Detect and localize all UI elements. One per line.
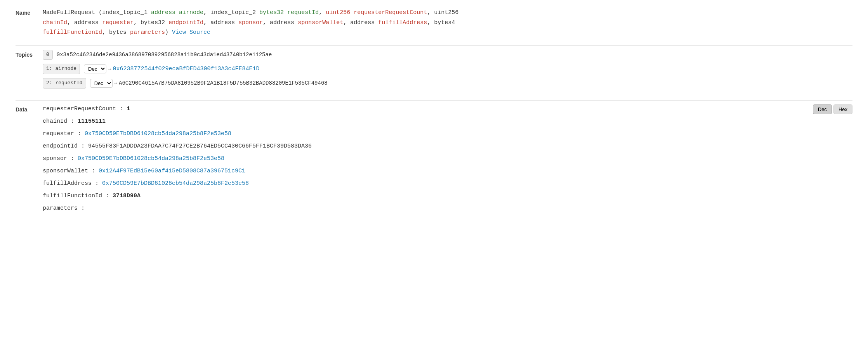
name-section: Name MadeFullRequest (index_topic_1 addr…	[16, 8, 852, 38]
topic-value-0: 0x3a52c462346de2e9436a3868970892956828a1…	[57, 50, 272, 59]
data-row-4: sponsor : 0x750CD59E7bDBD61028cb54da298a…	[43, 154, 852, 163]
name-mid3: , uint256	[427, 9, 458, 16]
data-row-colon-0: :	[116, 106, 127, 112]
name-text-line1: MadeFullRequest (index_topic_1 address a…	[43, 8, 852, 18]
topic1-value[interactable]: 0x6238772544f029ecaBfDED4300f13A3c4FE84E…	[113, 64, 259, 74]
name-label: Name	[16, 8, 43, 17]
data-row-name-0: requesterRequestCount	[43, 106, 116, 112]
topic2-decode-select[interactable]: Dec Hex	[90, 79, 113, 88]
topic1-arrow: →	[108, 65, 111, 73]
topic1-decode-select[interactable]: Dec Hex	[84, 64, 106, 73]
name-mid-bytes32: , bytes32	[134, 19, 168, 26]
name-text-line3: fulfillFunctionId, bytes parameters) Vie…	[43, 28, 852, 38]
data-row-name-1: chainId	[43, 118, 67, 125]
name-red-requester: requester	[102, 19, 134, 26]
name-red-sponsor: sponsor	[238, 19, 263, 26]
data-row-colon-5: :	[88, 168, 99, 174]
data-row-colon-1: :	[67, 118, 78, 125]
topic2-decode-wrapper: Dec Hex	[90, 79, 113, 88]
data-row-8: parameters :	[43, 204, 852, 213]
topic2-value: A6C290C4615A7B75DA810952B0F2A1B18F5D755B…	[119, 79, 328, 87]
topic-badge-0: 0	[43, 50, 53, 60]
data-row-colon-7: :	[102, 193, 113, 199]
data-row-name-6: fulfillAddress	[43, 180, 92, 187]
name-red-fulfillfn: fulfillFunctionId	[43, 29, 102, 36]
data-row-0: requesterRequestCount : 1	[43, 104, 852, 114]
data-label: Data	[16, 104, 43, 114]
data-row-name-7: fulfillFunctionId	[43, 193, 102, 199]
name-green2: bytes32 requestId	[259, 9, 319, 16]
data-row-colon-3: :	[78, 143, 88, 149]
topic2-arrow: →	[114, 79, 117, 87]
topic1-decode-wrapper: Dec Hex	[84, 64, 106, 73]
name-mid1: , index_topic_2	[203, 9, 259, 16]
name-mid-addr3: , address	[263, 19, 298, 26]
data-section: Data requesterRequestCount : 1chainId : …	[16, 104, 852, 216]
data-row-colon-4: :	[67, 155, 78, 162]
data-content: requesterRequestCount : 1chainId : 11155…	[43, 104, 852, 216]
name-suffix: )	[165, 29, 168, 36]
data-row-colon-2: :	[74, 130, 85, 137]
dec-hex-button-group: Dec Hex	[813, 104, 852, 114]
topic-row-1: 1: airnode Dec Hex → 0x6238772544f029eca…	[43, 64, 852, 74]
name-prefix: MadeFullRequest (index_topic_1	[43, 9, 151, 16]
name-red-sponsorwallet: sponsorWallet	[298, 19, 343, 26]
name-red-params: parameters	[130, 29, 165, 36]
data-row-1: chainId : 11155111	[43, 117, 852, 126]
data-row-3: endpointId : 94555F83F1ADDDA23FDAA7C74F2…	[43, 142, 852, 151]
topic-badge-1: 1: airnode	[43, 64, 80, 74]
name-content: MadeFullRequest (index_topic_1 address a…	[43, 8, 852, 38]
name-red-endpointid: endpointId	[168, 19, 203, 26]
data-row-colon-6: :	[92, 180, 102, 187]
data-row-name-5: sponsorWallet	[43, 168, 88, 174]
data-row-value-link-6[interactable]: 0x750CD59E7bDBD61028cb54da298a25b8F2e53e…	[102, 180, 249, 187]
topics-section: Topics 0 0x3a52c462346de2e9436a386897089…	[16, 50, 852, 92]
data-row-name-8: parameters	[43, 205, 78, 212]
topics-content: 0 0x3a52c462346de2e9436a3868970892956828…	[43, 50, 852, 92]
name-mid-addr2: , address	[203, 19, 238, 26]
topic-row-0: 0 0x3a52c462346de2e9436a3868970892956828…	[43, 50, 852, 60]
name-red-fulfilladdr: fulfillAddress	[378, 19, 427, 26]
data-row-value-1: 11155111	[78, 118, 106, 125]
data-row-value-link-4[interactable]: 0x750CD59E7bDBD61028cb54da298a25b8F2e53e…	[78, 155, 224, 162]
data-row-7: fulfillFunctionId : 3718D90A	[43, 191, 852, 201]
divider-2	[16, 100, 852, 101]
data-row-name-4: sponsor	[43, 155, 67, 162]
data-row-value-7: 3718D90A	[113, 193, 141, 199]
topics-label: Topics	[16, 50, 43, 59]
data-row-2: requester : 0x750CD59E7bDBD61028cb54da29…	[43, 129, 852, 139]
divider-1	[16, 45, 852, 46]
data-row-value-3: 94555F83F1ADDDA23FDAA7C74F27CE2B764ED5CC…	[88, 143, 312, 149]
name-mid2: ,	[319, 9, 326, 16]
hex-button[interactable]: Hex	[833, 104, 852, 114]
name-mid-bytes4: , bytes4	[427, 19, 455, 26]
topic-badge-2: 2: requestId	[43, 78, 86, 89]
name-red1: uint256 requesterRequestCount	[326, 9, 427, 16]
view-source-link[interactable]: View Source	[172, 29, 210, 36]
data-row-6: fulfillAddress : 0x750CD59E7bDBD61028cb5…	[43, 179, 852, 188]
data-row-value-link-2[interactable]: 0x750CD59E7bDBD61028cb54da298a25b8F2e53e…	[85, 130, 231, 137]
data-row-name-3: endpointId	[43, 143, 78, 149]
data-row-value-link-5[interactable]: 0x12A4F97EdB15e60af415eD5808C87a396751c9…	[99, 168, 245, 174]
topic-row-2: 2: requestId Dec Hex → A6C290C4615A7B75D…	[43, 78, 852, 89]
name-mid-bytes: , bytes	[102, 29, 130, 36]
data-row-colon-8: :	[78, 205, 85, 212]
data-row-value-0: 1	[127, 106, 130, 112]
data-row-name-2: requester	[43, 130, 74, 137]
name-mid-addr: , address	[67, 19, 102, 26]
dec-button[interactable]: Dec	[813, 104, 832, 114]
name-mid-addr4: , address	[343, 19, 378, 26]
name-green1: address airnode	[151, 9, 203, 16]
name-text-line2: chainId, address requester, bytes32 endp…	[43, 18, 852, 28]
main-container: Name MadeFullRequest (index_topic_1 addr…	[0, 0, 868, 232]
data-row-5: sponsorWallet : 0x12A4F97EdB15e60af415eD…	[43, 167, 852, 176]
name-red-chainid: chainId	[43, 19, 67, 26]
